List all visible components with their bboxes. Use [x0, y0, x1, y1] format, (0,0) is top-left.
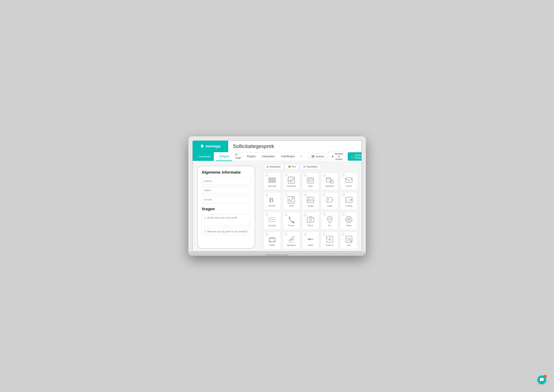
html-icon: 5 — [287, 196, 295, 204]
save-button[interactable]: 💾 Opslaan — [309, 154, 327, 159]
widget-text[interactable]: i Text — [340, 231, 357, 249]
header-icon: B — [268, 196, 276, 204]
widget-filter-bar: ⊞ Standaard 🌿 Pro ★ Favorieten — [264, 164, 358, 169]
widget-number[interactable]: i 1 2 3 Number — [264, 212, 281, 230]
pin-label: Pin — [328, 224, 331, 227]
tab-email[interactable]: E-mail — [232, 152, 244, 161]
svg-rect-9 — [275, 177, 276, 183]
widget-slider[interactable]: i ← → Slider — [302, 231, 319, 249]
nav-tabs: Widgets E-mail Regels Integraties Instel… — [214, 152, 306, 161]
tab-regels[interactable]: Regels — [244, 152, 259, 161]
filter-pro[interactable]: 🌿 Pro — [285, 164, 298, 169]
svg-point-53 — [270, 241, 270, 242]
svg-rect-4 — [272, 177, 272, 183]
barcode-icon — [268, 176, 276, 184]
widget-datetime[interactable]: i Datetime — [321, 172, 338, 190]
svg-rect-15 — [308, 180, 309, 181]
info-icon: i — [284, 233, 287, 236]
photo-label: Photo — [308, 224, 313, 227]
number-icon: 1 2 3 — [268, 216, 276, 224]
widgets-panel: ⊞ Standaard 🌿 Pro ★ Favorieten — [260, 161, 362, 251]
tab-integraties[interactable]: Integraties — [259, 152, 278, 161]
widget-image[interactable]: i Image — [302, 192, 319, 210]
header-label: Header — [269, 205, 276, 207]
info-icon: i — [284, 174, 287, 177]
tab-widgets[interactable]: Widgets — [216, 152, 233, 161]
widget-header[interactable]: i B Header — [264, 192, 281, 210]
filter-standaard[interactable]: ⊞ Standaard — [264, 164, 284, 169]
svg-rect-3 — [271, 177, 271, 183]
svg-point-63 — [309, 238, 311, 240]
svg-rect-31 — [307, 197, 314, 203]
info-icon: i — [265, 174, 268, 177]
svg-rect-2 — [270, 177, 270, 183]
label-icon — [326, 196, 334, 204]
field-email: E-mail — [202, 196, 251, 203]
widget-pin[interactable]: i Pin — [321, 212, 338, 230]
chat-bubble[interactable]: 2 — [537, 375, 546, 384]
section1-title: Algemene informatie — [202, 170, 251, 175]
svg-rect-16 — [310, 180, 311, 181]
filter-favorieten[interactable]: ★ Favorieten — [300, 164, 320, 169]
svg-point-44 — [309, 218, 312, 221]
svg-text:←: ← — [307, 238, 309, 240]
publish-button[interactable]: 🔒 Opslaan & Publiceren — [348, 152, 362, 161]
widget-radio[interactable]: i Radio — [340, 212, 357, 230]
rdw-label: RDW — [270, 244, 275, 246]
widget-barcode[interactable]: i — [264, 172, 281, 190]
section2-title: Vragen — [202, 207, 251, 211]
leaf-icon: 🌿 — [288, 165, 291, 168]
widget-html[interactable]: i 5 Html — [283, 192, 300, 210]
svg-rect-27 — [346, 178, 352, 182]
laptop-shell: moreapp Sollicitatiegesprek ← Annuleren … — [188, 136, 366, 256]
info-icon: i — [265, 213, 268, 216]
datetime-label: Datetime — [325, 185, 334, 187]
laptop-base — [188, 252, 366, 256]
label-label: Label — [327, 205, 332, 207]
svg-rect-8 — [275, 177, 275, 183]
text-label: Text — [347, 244, 351, 246]
lookup-label: Lookup — [345, 205, 352, 207]
widget-rdw[interactable]: i RDW — [264, 231, 281, 249]
save-close-button[interactable]: ✖ Opslaan & Sluiten — [329, 151, 346, 162]
info-icon: i — [284, 194, 287, 196]
info-icon: i — [265, 233, 268, 236]
widget-lookup[interactable]: i Lookup — [340, 192, 357, 210]
subform-label: Subform — [326, 244, 334, 246]
widget-phone[interactable]: i Phone — [283, 212, 300, 230]
widget-date[interactable]: i D — [302, 172, 319, 190]
slider-icon: ← → — [306, 235, 314, 243]
grid-icon: ⊞ — [267, 165, 269, 168]
logo-text: moreapp — [206, 144, 220, 148]
svg-rect-5 — [272, 177, 273, 183]
info-icon: i — [323, 174, 326, 177]
logo-area: moreapp — [193, 141, 228, 152]
chat-icon — [540, 378, 544, 382]
widget-photo[interactable]: i Photo — [302, 212, 319, 230]
collapse-nav-button[interactable]: < — [298, 155, 304, 158]
checkbox-label: Checkbox — [287, 185, 296, 187]
barcode-label: Barcode — [268, 185, 276, 187]
svg-rect-17 — [312, 180, 313, 181]
widget-label[interactable]: i Label — [321, 192, 338, 210]
info-icon: i — [342, 213, 345, 216]
field-naam: Naam — [202, 187, 251, 194]
chat-badge: 2 — [544, 375, 547, 378]
svg-point-33 — [328, 199, 329, 200]
back-button[interactable]: ← Annuleren — [193, 152, 214, 161]
svg-point-49 — [348, 219, 350, 220]
widget-checkbox[interactable]: i Checkbox — [283, 172, 300, 190]
widget-subform[interactable]: i Subform — [321, 231, 338, 249]
nav-bar: ← Annuleren Widgets E-mail Regels Integr… — [193, 152, 362, 161]
widget-signature[interactable]: i Signature — [283, 231, 300, 249]
svg-text:→: → — [312, 238, 314, 240]
tab-instellingen[interactable]: Instellingen — [278, 152, 298, 161]
info-icon: i — [342, 174, 345, 177]
pin-icon — [326, 216, 334, 224]
email-icon — [345, 176, 353, 184]
svg-rect-19 — [310, 182, 311, 182]
info-icon: i — [304, 174, 306, 177]
photo-icon — [306, 216, 314, 224]
widget-email[interactable]: i Email — [340, 172, 357, 190]
info-icon: i — [284, 213, 287, 216]
